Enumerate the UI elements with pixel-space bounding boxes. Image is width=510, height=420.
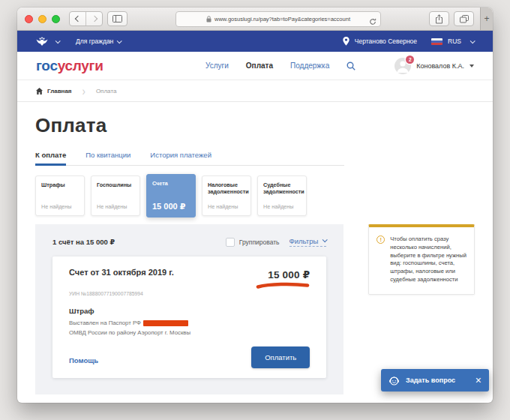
category-accounts-selected[interactable]: Счета 15 000 ₽ [146, 174, 196, 218]
reload-button[interactable] [369, 15, 376, 28]
filters-label: Фильтры [290, 237, 319, 245]
avatar: 2 [394, 58, 411, 74]
logo-part-blue: гос [36, 58, 58, 74]
category-duties[interactable]: Госпошлины Не найдены [91, 176, 140, 216]
chevron-down-icon [117, 38, 122, 44]
page-title: Оплата [35, 114, 475, 137]
group-checkbox[interactable] [226, 238, 235, 247]
breadcrumb-current: Оплата [96, 88, 117, 94]
tab-history[interactable]: История платежей [150, 151, 212, 165]
category-title: Счета [152, 180, 190, 187]
chevron-down-icon [56, 38, 61, 44]
url-text: www.gosuslugi.ru/pay?tab=toPay&categorie… [214, 16, 350, 22]
forward-icon [91, 16, 97, 22]
breadcrumb-separator-icon: › [82, 85, 86, 98]
bill-type: Штраф [69, 307, 310, 315]
bill-amount: 15 000 ₽ [268, 269, 310, 280]
gosuslugi-logo[interactable]: госуслуги [36, 58, 104, 74]
chat-label: Задать вопрос [406, 376, 470, 384]
pay-button[interactable]: Оплатить [251, 346, 310, 368]
category-title: Судебные задолженности [263, 182, 301, 195]
gov-top-bar: Для граждан Чертаново Северное RUS [17, 31, 493, 52]
category-tax-debts[interactable]: Налоговые задолженности Не найдены [202, 176, 251, 216]
support-headset-icon [388, 375, 400, 386]
history-nav-group [69, 11, 103, 26]
close-icon[interactable]: × [476, 375, 482, 386]
help-link[interactable]: Помощь [69, 356, 98, 368]
main-content: Оплата К оплате По квитанции История пла… [17, 102, 493, 394]
share-icon [435, 14, 443, 24]
bill-title: Счет от 31 октября 2019 г. [69, 268, 174, 277]
bills-panel: 1 счёт на 15 000 ₽ Группировать Фильтры [35, 224, 344, 394]
zoom-window-button[interactable] [52, 15, 60, 23]
chevron-down-icon [322, 237, 328, 242]
logo-part-red: услуги [58, 58, 104, 74]
alert-circle-icon: ! [376, 236, 385, 244]
address-bar[interactable]: www.gosuslugi.ru/pay?tab=toPay&categorie… [176, 11, 381, 27]
browser-toolbar: www.gosuslugi.ru/pay?tab=toPay&categorie… [17, 8, 493, 31]
audience-selector[interactable]: Для граждан [76, 38, 121, 45]
reload-icon [369, 18, 376, 26]
share-button[interactable] [429, 11, 449, 26]
category-fines[interactable]: Штрафы Не найдены [35, 176, 85, 216]
category-value: Не найдены [208, 203, 245, 210]
forward-button[interactable] [86, 12, 102, 26]
gov-emblem-menu[interactable] [36, 37, 59, 46]
notification-badge: 2 [406, 56, 414, 64]
tab-by-receipt[interactable]: По квитанции [86, 151, 130, 165]
payment-tabs: К оплате По квитанции История платежей [35, 151, 344, 166]
chevron-down-icon [470, 64, 474, 68]
minimize-window-button[interactable] [38, 15, 46, 23]
category-value: Не найдены [41, 203, 79, 210]
info-text: Чтобы оплатить сразу несколько начислени… [390, 236, 466, 284]
category-title: Госпошлины [97, 182, 134, 188]
chevron-down-icon [470, 38, 476, 44]
chat-widget[interactable]: Задать вопрос × [381, 369, 489, 392]
location-pin-icon [343, 37, 350, 46]
nav-support[interactable]: Поддержка [290, 62, 329, 70]
desktop-background: www.gosuslugi.ru/pay?tab=toPay&categorie… [0, 0, 510, 420]
category-title: Налоговые задолженности [208, 182, 245, 195]
bill-issued-to: Выставлен на Паспорт РФ [69, 320, 141, 326]
tab-overview-button[interactable] [454, 11, 474, 26]
bills-summary: 1 счёт на 15 000 ₽ [52, 238, 115, 246]
tabs-icon [460, 15, 469, 23]
sidebar-icon [112, 15, 122, 22]
new-tab-icon: + [484, 14, 489, 24]
search-icon[interactable] [346, 62, 356, 70]
group-label: Группировать [239, 238, 280, 246]
user-menu[interactable]: 2 Коновалов К.А. [394, 58, 474, 74]
category-title: Штрафы [41, 182, 79, 188]
main-nav: Услуги Оплата Поддержка [206, 62, 356, 70]
lock-icon [206, 16, 212, 22]
back-button[interactable] [70, 12, 86, 26]
info-box: ! Чтобы оплатить сразу несколько начисле… [368, 224, 475, 295]
nav-payment[interactable]: Оплата [246, 62, 273, 70]
filters-button[interactable]: Фильтры [290, 237, 327, 247]
sidebar-toggle-button[interactable] [107, 11, 128, 26]
redacted-passport-number [143, 320, 188, 326]
close-window-button[interactable] [25, 15, 33, 23]
browser-window: www.gosuslugi.ru/pay?tab=toPay&categorie… [17, 8, 493, 403]
tab-to-pay[interactable]: К оплате [35, 151, 66, 165]
category-cards: Штрафы Не найдены Госпошлины Не найдены … [35, 176, 309, 218]
audience-label: Для граждан [76, 38, 113, 45]
language-selector[interactable]: RUS [448, 38, 461, 45]
home-icon [36, 88, 43, 94]
russian-flag-icon [431, 38, 442, 45]
bill-card: Счет от 31 октября 2019 г. 15 000 ₽ УИН … [52, 256, 326, 378]
category-court-debts[interactable]: Судебные задолженности Не найдены [257, 176, 307, 216]
location-selector[interactable]: Чертаново Северное [355, 38, 417, 45]
category-value: Не найдены [263, 203, 301, 210]
coat-of-arms-icon [36, 37, 48, 46]
bill-uin: УИН №18880077190007785994 [69, 291, 310, 296]
category-value: Не найдены [97, 203, 134, 210]
new-tab-button[interactable]: + [480, 8, 493, 30]
group-toggle[interactable]: Группировать [226, 238, 280, 247]
breadcrumb: Главная › Оплата [17, 80, 493, 102]
user-name: Коновалов К.А. [416, 62, 464, 70]
window-controls [25, 15, 60, 23]
breadcrumb-home[interactable]: Главная [47, 88, 72, 94]
category-value: 15 000 ₽ [152, 202, 190, 212]
nav-services[interactable]: Услуги [206, 62, 229, 70]
